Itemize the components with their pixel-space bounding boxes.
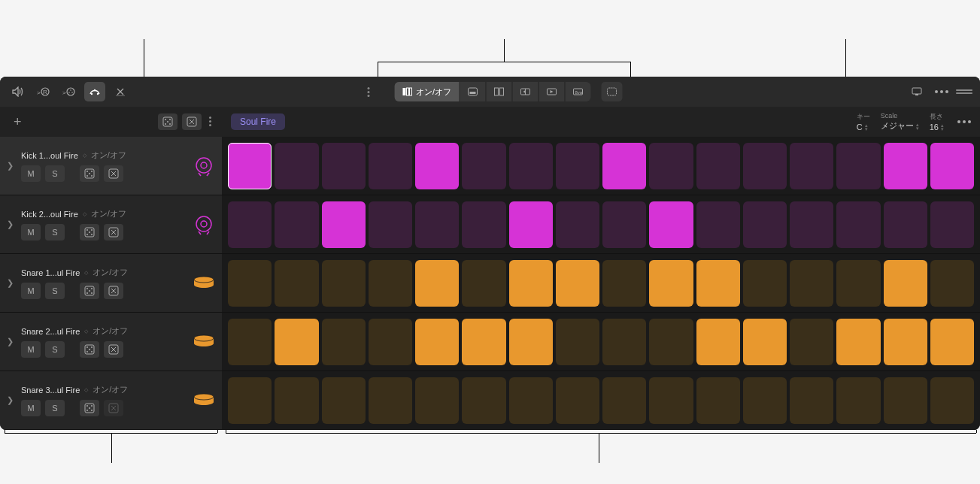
- track-header[interactable]: ❯ Snare 1...ul Fire ◇ オン/オフ M S: [0, 254, 222, 312]
- step-cell[interactable]: [556, 319, 599, 365]
- step-cell[interactable]: [930, 377, 974, 424]
- step-cell[interactable]: [884, 260, 927, 307]
- step-cell[interactable]: [790, 377, 833, 424]
- loop-mode-button[interactable]: [539, 82, 565, 101]
- step-cell[interactable]: [322, 319, 366, 365]
- region-link-icon[interactable]: >R: [33, 82, 54, 101]
- step-cell[interactable]: [602, 377, 646, 424]
- step-cell[interactable]: [509, 201, 553, 248]
- clear-track-button[interactable]: [104, 400, 123, 416]
- mute-button[interactable]: M: [21, 165, 41, 182]
- step-cell[interactable]: [322, 377, 366, 424]
- step-cell[interactable]: [369, 377, 412, 424]
- clear-track-button[interactable]: [104, 341, 123, 358]
- randomize-track-button[interactable]: [80, 224, 99, 240]
- step-cell[interactable]: [696, 143, 740, 189]
- step-cell[interactable]: [462, 201, 505, 248]
- updown-icon[interactable]: ◇: [83, 212, 86, 216]
- step-cell[interactable]: [322, 201, 366, 248]
- step-cell[interactable]: [369, 260, 412, 307]
- clear-track-button[interactable]: [104, 283, 123, 299]
- step-cell[interactable]: [836, 201, 880, 248]
- add-track-button[interactable]: +: [8, 111, 28, 133]
- step-cell[interactable]: [884, 377, 927, 424]
- step-cell[interactable]: [649, 260, 693, 307]
- tie-mode-button[interactable]: [512, 82, 539, 101]
- step-cell[interactable]: [322, 143, 366, 189]
- step-cell[interactable]: [696, 201, 740, 248]
- randomize-track-button[interactable]: [80, 283, 99, 299]
- step-cell[interactable]: [462, 260, 505, 307]
- step-cell[interactable]: [743, 377, 787, 424]
- step-cell[interactable]: [556, 143, 599, 189]
- step-cell[interactable]: [369, 201, 412, 248]
- step-cell[interactable]: [790, 143, 833, 189]
- step-cell[interactable]: [228, 143, 272, 189]
- step-cell[interactable]: [649, 201, 693, 248]
- scale-selector[interactable]: Scale メジャー▴▾: [881, 112, 919, 132]
- disclosure-chevron-icon[interactable]: ❯: [3, 337, 17, 346]
- velocity-mode-button[interactable]: [460, 82, 486, 101]
- step-cell[interactable]: [228, 260, 272, 307]
- step-cell[interactable]: [509, 377, 553, 424]
- midi-in-icon[interactable]: >: [59, 82, 80, 101]
- updown-icon[interactable]: ◇: [83, 153, 86, 157]
- updown-icon[interactable]: ◇: [84, 388, 88, 392]
- step-cell[interactable]: [415, 377, 459, 424]
- step-cell[interactable]: [696, 319, 740, 365]
- step-cell[interactable]: [369, 319, 412, 365]
- step-cell[interactable]: [743, 260, 787, 307]
- grid-menu-icon[interactable]: [358, 82, 379, 101]
- step-cell[interactable]: [415, 319, 459, 365]
- step-cell[interactable]: [649, 143, 693, 189]
- step-cell[interactable]: [696, 377, 740, 424]
- selection-tool-icon[interactable]: [601, 82, 622, 101]
- step-cell[interactable]: [275, 319, 318, 365]
- step-cell[interactable]: [602, 201, 646, 248]
- step-cell[interactable]: [369, 143, 412, 189]
- step-cell[interactable]: [509, 260, 553, 307]
- step-cell[interactable]: [602, 143, 646, 189]
- step-cell[interactable]: [836, 260, 880, 307]
- randomize-track-button[interactable]: [80, 165, 99, 182]
- step-cell[interactable]: [556, 201, 599, 248]
- step-cell[interactable]: [743, 201, 787, 248]
- disclosure-chevron-icon[interactable]: ❯: [3, 278, 17, 288]
- step-cell[interactable]: [415, 201, 459, 248]
- updown-icon[interactable]: ◇: [84, 329, 88, 333]
- track-header[interactable]: ❯ Snare 3...ul Fire ◇ オン/オフ M S: [0, 371, 222, 429]
- clear-track-button[interactable]: [104, 165, 123, 182]
- step-cell[interactable]: [556, 260, 599, 307]
- solo-button[interactable]: S: [45, 283, 65, 299]
- step-cell[interactable]: [930, 319, 974, 365]
- key-selector[interactable]: キー C▴▾: [857, 112, 870, 132]
- step-cell[interactable]: [790, 201, 833, 248]
- chance-mode-button[interactable]: 8va: [565, 82, 590, 101]
- track-list-menu-icon[interactable]: [206, 113, 214, 130]
- randomize-all-button[interactable]: [158, 113, 177, 130]
- randomize-track-button[interactable]: [80, 341, 99, 358]
- step-cell[interactable]: [228, 201, 272, 248]
- step-cell[interactable]: [275, 377, 318, 424]
- live-loops-palette-icon[interactable]: [84, 82, 105, 101]
- disclosure-chevron-icon[interactable]: ❯: [3, 161, 17, 171]
- display-mode-icon[interactable]: [906, 82, 927, 101]
- step-cell[interactable]: [836, 319, 880, 365]
- step-cell[interactable]: [275, 201, 318, 248]
- step-cell[interactable]: [930, 260, 974, 307]
- step-cell[interactable]: [602, 319, 646, 365]
- track-header[interactable]: ❯ Kick 1...oul Fire ◇ オン/オフ M S: [0, 137, 222, 195]
- updown-icon[interactable]: ◇: [84, 271, 88, 274]
- mute-button[interactable]: M: [21, 283, 41, 299]
- note-repeat-mode-button[interactable]: [486, 82, 512, 101]
- solo-button[interactable]: S: [45, 400, 65, 416]
- step-cell[interactable]: [275, 143, 318, 189]
- step-cell[interactable]: [228, 377, 272, 424]
- step-cell[interactable]: [509, 143, 553, 189]
- step-cell[interactable]: [696, 260, 740, 307]
- track-header[interactable]: ❯ Snare 2...ul Fire ◇ オン/オフ M S: [0, 313, 222, 371]
- randomize-track-button[interactable]: [80, 400, 99, 416]
- output-volume-icon[interactable]: [8, 82, 29, 101]
- onoff-mode-button[interactable]: オン/オフ: [394, 82, 460, 101]
- step-cell[interactable]: [884, 201, 927, 248]
